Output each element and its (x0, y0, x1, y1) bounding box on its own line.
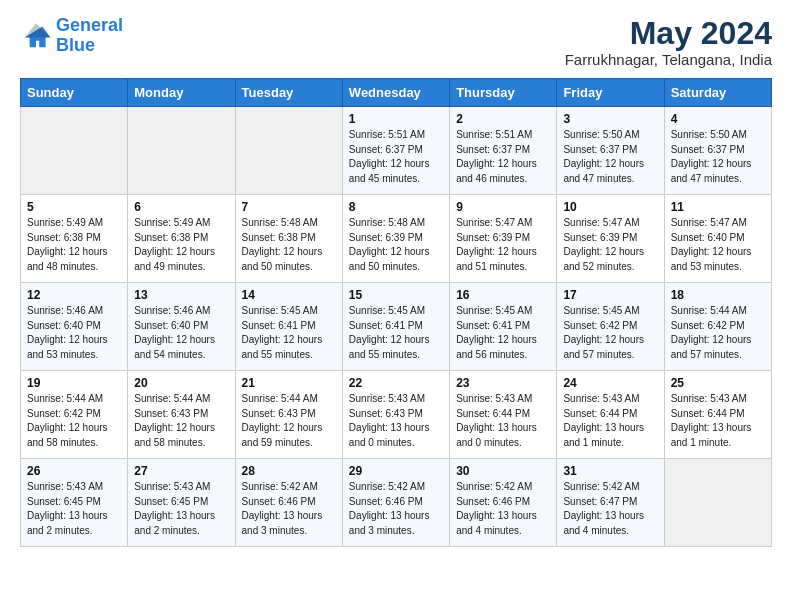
day-cell: 9Sunrise: 5:47 AM Sunset: 6:39 PM Daylig… (450, 195, 557, 283)
header-cell-thursday: Thursday (450, 79, 557, 107)
day-cell (664, 459, 771, 547)
day-cell: 2Sunrise: 5:51 AM Sunset: 6:37 PM Daylig… (450, 107, 557, 195)
day-info: Sunrise: 5:42 AM Sunset: 6:46 PM Dayligh… (242, 480, 336, 538)
logo-icon (20, 20, 52, 52)
day-number: 7 (242, 200, 336, 214)
day-number: 23 (456, 376, 550, 390)
day-cell: 27Sunrise: 5:43 AM Sunset: 6:45 PM Dayli… (128, 459, 235, 547)
logo-text: General Blue (56, 16, 123, 56)
day-info: Sunrise: 5:49 AM Sunset: 6:38 PM Dayligh… (134, 216, 228, 274)
logo-line2: Blue (56, 35, 95, 55)
day-cell: 8Sunrise: 5:48 AM Sunset: 6:39 PM Daylig… (342, 195, 449, 283)
day-cell: 15Sunrise: 5:45 AM Sunset: 6:41 PM Dayli… (342, 283, 449, 371)
week-row-4: 26Sunrise: 5:43 AM Sunset: 6:45 PM Dayli… (21, 459, 772, 547)
day-cell: 1Sunrise: 5:51 AM Sunset: 6:37 PM Daylig… (342, 107, 449, 195)
day-info: Sunrise: 5:42 AM Sunset: 6:46 PM Dayligh… (456, 480, 550, 538)
day-cell: 28Sunrise: 5:42 AM Sunset: 6:46 PM Dayli… (235, 459, 342, 547)
day-info: Sunrise: 5:51 AM Sunset: 6:37 PM Dayligh… (456, 128, 550, 186)
week-row-1: 5Sunrise: 5:49 AM Sunset: 6:38 PM Daylig… (21, 195, 772, 283)
subtitle: Farrukhnagar, Telangana, India (565, 51, 772, 68)
day-number: 25 (671, 376, 765, 390)
header: General Blue May 2024 Farrukhnagar, Tela… (20, 16, 772, 68)
day-cell: 24Sunrise: 5:43 AM Sunset: 6:44 PM Dayli… (557, 371, 664, 459)
day-cell: 14Sunrise: 5:45 AM Sunset: 6:41 PM Dayli… (235, 283, 342, 371)
day-info: Sunrise: 5:45 AM Sunset: 6:41 PM Dayligh… (349, 304, 443, 362)
logo-line1: General (56, 15, 123, 35)
day-cell (128, 107, 235, 195)
day-number: 13 (134, 288, 228, 302)
header-cell-saturday: Saturday (664, 79, 771, 107)
day-cell: 31Sunrise: 5:42 AM Sunset: 6:47 PM Dayli… (557, 459, 664, 547)
header-cell-wednesday: Wednesday (342, 79, 449, 107)
day-number: 4 (671, 112, 765, 126)
day-info: Sunrise: 5:46 AM Sunset: 6:40 PM Dayligh… (134, 304, 228, 362)
day-info: Sunrise: 5:44 AM Sunset: 6:42 PM Dayligh… (671, 304, 765, 362)
day-info: Sunrise: 5:43 AM Sunset: 6:43 PM Dayligh… (349, 392, 443, 450)
day-cell: 18Sunrise: 5:44 AM Sunset: 6:42 PM Dayli… (664, 283, 771, 371)
day-info: Sunrise: 5:48 AM Sunset: 6:38 PM Dayligh… (242, 216, 336, 274)
day-info: Sunrise: 5:43 AM Sunset: 6:45 PM Dayligh… (27, 480, 121, 538)
day-number: 17 (563, 288, 657, 302)
day-number: 20 (134, 376, 228, 390)
day-number: 10 (563, 200, 657, 214)
day-info: Sunrise: 5:50 AM Sunset: 6:37 PM Dayligh… (671, 128, 765, 186)
day-number: 5 (27, 200, 121, 214)
day-info: Sunrise: 5:45 AM Sunset: 6:41 PM Dayligh… (242, 304, 336, 362)
day-info: Sunrise: 5:43 AM Sunset: 6:44 PM Dayligh… (456, 392, 550, 450)
day-number: 2 (456, 112, 550, 126)
day-info: Sunrise: 5:48 AM Sunset: 6:39 PM Dayligh… (349, 216, 443, 274)
day-cell: 11Sunrise: 5:47 AM Sunset: 6:40 PM Dayli… (664, 195, 771, 283)
header-cell-sunday: Sunday (21, 79, 128, 107)
main-title: May 2024 (565, 16, 772, 51)
day-number: 11 (671, 200, 765, 214)
day-info: Sunrise: 5:47 AM Sunset: 6:39 PM Dayligh… (563, 216, 657, 274)
day-cell: 20Sunrise: 5:44 AM Sunset: 6:43 PM Dayli… (128, 371, 235, 459)
day-info: Sunrise: 5:43 AM Sunset: 6:44 PM Dayligh… (671, 392, 765, 450)
day-number: 22 (349, 376, 443, 390)
day-cell: 19Sunrise: 5:44 AM Sunset: 6:42 PM Dayli… (21, 371, 128, 459)
day-cell: 13Sunrise: 5:46 AM Sunset: 6:40 PM Dayli… (128, 283, 235, 371)
header-cell-tuesday: Tuesday (235, 79, 342, 107)
day-number: 12 (27, 288, 121, 302)
logo: General Blue (20, 16, 123, 56)
day-info: Sunrise: 5:51 AM Sunset: 6:37 PM Dayligh… (349, 128, 443, 186)
day-cell: 5Sunrise: 5:49 AM Sunset: 6:38 PM Daylig… (21, 195, 128, 283)
day-cell: 30Sunrise: 5:42 AM Sunset: 6:46 PM Dayli… (450, 459, 557, 547)
day-cell: 21Sunrise: 5:44 AM Sunset: 6:43 PM Dayli… (235, 371, 342, 459)
day-cell: 29Sunrise: 5:42 AM Sunset: 6:46 PM Dayli… (342, 459, 449, 547)
header-row: SundayMondayTuesdayWednesdayThursdayFrid… (21, 79, 772, 107)
day-number: 14 (242, 288, 336, 302)
week-row-2: 12Sunrise: 5:46 AM Sunset: 6:40 PM Dayli… (21, 283, 772, 371)
day-cell: 7Sunrise: 5:48 AM Sunset: 6:38 PM Daylig… (235, 195, 342, 283)
header-cell-monday: Monday (128, 79, 235, 107)
day-number: 16 (456, 288, 550, 302)
week-row-3: 19Sunrise: 5:44 AM Sunset: 6:42 PM Dayli… (21, 371, 772, 459)
day-info: Sunrise: 5:44 AM Sunset: 6:43 PM Dayligh… (242, 392, 336, 450)
day-number: 26 (27, 464, 121, 478)
day-cell (235, 107, 342, 195)
day-cell: 25Sunrise: 5:43 AM Sunset: 6:44 PM Dayli… (664, 371, 771, 459)
day-number: 8 (349, 200, 443, 214)
svg-marker-1 (25, 23, 51, 37)
day-number: 6 (134, 200, 228, 214)
day-info: Sunrise: 5:44 AM Sunset: 6:42 PM Dayligh… (27, 392, 121, 450)
day-cell (21, 107, 128, 195)
day-info: Sunrise: 5:44 AM Sunset: 6:43 PM Dayligh… (134, 392, 228, 450)
day-number: 18 (671, 288, 765, 302)
day-number: 24 (563, 376, 657, 390)
day-number: 9 (456, 200, 550, 214)
day-info: Sunrise: 5:42 AM Sunset: 6:46 PM Dayligh… (349, 480, 443, 538)
day-cell: 26Sunrise: 5:43 AM Sunset: 6:45 PM Dayli… (21, 459, 128, 547)
day-cell: 10Sunrise: 5:47 AM Sunset: 6:39 PM Dayli… (557, 195, 664, 283)
day-number: 15 (349, 288, 443, 302)
day-info: Sunrise: 5:45 AM Sunset: 6:42 PM Dayligh… (563, 304, 657, 362)
day-cell: 23Sunrise: 5:43 AM Sunset: 6:44 PM Dayli… (450, 371, 557, 459)
day-number: 21 (242, 376, 336, 390)
day-cell: 17Sunrise: 5:45 AM Sunset: 6:42 PM Dayli… (557, 283, 664, 371)
day-cell: 4Sunrise: 5:50 AM Sunset: 6:37 PM Daylig… (664, 107, 771, 195)
day-info: Sunrise: 5:42 AM Sunset: 6:47 PM Dayligh… (563, 480, 657, 538)
page: General Blue May 2024 Farrukhnagar, Tela… (0, 0, 792, 563)
day-cell: 16Sunrise: 5:45 AM Sunset: 6:41 PM Dayli… (450, 283, 557, 371)
day-cell: 12Sunrise: 5:46 AM Sunset: 6:40 PM Dayli… (21, 283, 128, 371)
day-cell: 6Sunrise: 5:49 AM Sunset: 6:38 PM Daylig… (128, 195, 235, 283)
